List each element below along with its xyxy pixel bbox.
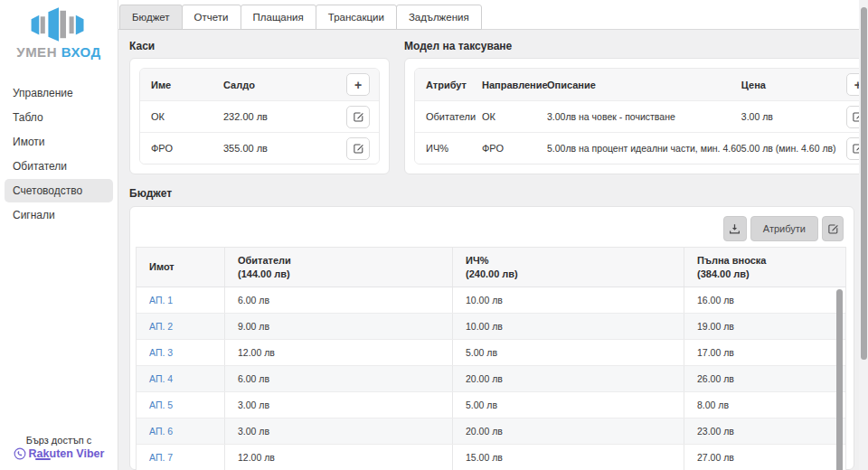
kasi-section: Каси Име Салдо +	[129, 40, 390, 174]
kasi-name: ОК	[151, 111, 223, 122]
model-card: Атрибут Направление Описание Цена +	[404, 58, 868, 174]
budget-attributes-button[interactable]: Атрибути	[750, 216, 818, 241]
kasi-saldo: 232.00 лв	[223, 111, 343, 122]
sidebar-nav-item[interactable]: Счетоводство	[5, 179, 113, 202]
property-link[interactable]: АП. 5	[149, 400, 173, 410]
edit-icon	[827, 223, 839, 235]
budget-obitateli-value: 12.00 лв	[224, 340, 452, 365]
budget-full-value: 19.00 лв	[684, 314, 845, 339]
model-desc: 3.00лв на човек - почистване	[547, 111, 741, 122]
kasi-saldo: 355.00 лв	[223, 143, 343, 154]
sidebar-footer: Бърз достъп с Rakuten Viber	[0, 435, 118, 462]
budget-ich-value: 10.00 лв	[452, 314, 684, 339]
budget-table-scrollbar[interactable]	[836, 289, 843, 470]
sidebar-nav-item[interactable]: Обитатели	[5, 155, 113, 178]
budget-table-row: АП. 1 6.00 лв 10.00 лв 16.00 лв	[137, 287, 845, 314]
page-scrollbar-track	[859, 0, 868, 470]
budget-table-row: АП. 7 12.00 лв 15.00 лв 27.00 лв	[137, 445, 845, 470]
sidebar-nav-item[interactable]: Табло	[5, 106, 113, 129]
model-row: Обитатели ОК 3.00лв на човек - почистван…	[415, 100, 868, 132]
budget-full-value: 17.00 лв	[684, 340, 845, 365]
viber-phone-icon	[14, 447, 26, 460]
page-scrollbar-thumb[interactable]	[861, 7, 867, 360]
main-area: Бюджет Отчети Плащания Трансакции Задълж…	[118, 0, 868, 470]
kasi-edit-button[interactable]	[346, 137, 370, 160]
budget-table-row: АП. 2 9.00 лв 10.00 лв 19.00 лв	[137, 314, 845, 340]
buildings-logo-icon	[24, 5, 94, 43]
kasi-row: ФРО 355.00 лв	[140, 132, 379, 164]
kasi-name: ФРО	[151, 143, 223, 154]
property-link[interactable]: АП. 3	[149, 347, 173, 358]
budget-obitateli-value: 6.00 лв	[224, 287, 452, 313]
model-col-dir: Направление	[482, 80, 547, 90]
tab[interactable]: Трансакции	[316, 5, 397, 30]
kasi-add-button[interactable]: +	[346, 73, 370, 96]
budget-ich-value: 5.00 лв	[452, 392, 684, 418]
tab[interactable]: Бюджет	[119, 5, 183, 30]
budget-edit-button[interactable]	[822, 216, 844, 241]
model-table-body: Обитатели ОК 3.00лв на човек - почистван…	[415, 100, 868, 164]
budget-col-property: Имот	[137, 248, 224, 287]
kasi-col-name: Име	[151, 80, 223, 90]
budget-table-row: АП. 4 6.00 лв 20.00 лв 26.00 лв	[137, 366, 845, 392]
top-row: Каси Име Салдо +	[129, 40, 854, 174]
budget-obitateli-value: 12.00 лв	[224, 445, 452, 470]
property-link[interactable]: АП. 1	[149, 295, 173, 306]
model-dir: ФРО	[482, 143, 547, 154]
sidebar-nav-item[interactable]: Управление	[5, 81, 113, 105]
viber-link[interactable]: Rakuten Viber	[14, 447, 105, 460]
property-link[interactable]: АП. 7	[149, 452, 173, 463]
kasi-table: Име Салдо + ОК 232.00 лв	[139, 68, 380, 164]
budget-obitateli-value: 6.00 лв	[224, 366, 452, 391]
sidebar-nav: Управление Табло Имоти Обитатели Счетово…	[0, 81, 118, 227]
edit-icon	[353, 143, 364, 155]
model-attr: ИЧ%	[426, 143, 482, 154]
viber-underline	[35, 458, 51, 460]
model-table: Атрибут Направление Описание Цена +	[414, 68, 868, 164]
budget-full-value: 16.00 лв	[684, 287, 845, 313]
plus-icon: +	[354, 79, 362, 91]
budget-col-full: Пълна вноска(384.00 лв)	[684, 248, 845, 287]
tab[interactable]: Отчети	[182, 5, 241, 30]
app-title: УМЕН ВХОД	[0, 44, 118, 60]
model-title: Модел на таксуване	[404, 40, 868, 52]
model-col-price: Цена	[741, 80, 843, 90]
tab[interactable]: Плащания	[241, 5, 316, 30]
sidebar: УМЕН ВХОД Управление Табло Имоти Обитате…	[0, 0, 118, 470]
tab[interactable]: Задължения	[396, 5, 482, 30]
app-logo[interactable]: УМЕН ВХОД	[0, 0, 118, 60]
tab-bar: Бюджет Отчети Плащания Трансакции Задълж…	[118, 0, 868, 30]
budget-table-row: АП. 6 3.00 лв 20.00 лв 23.00 лв	[137, 418, 845, 445]
model-row: ИЧ% ФРО 5.00лв на процент идеални части,…	[415, 132, 868, 164]
property-link[interactable]: АП. 4	[149, 373, 173, 384]
budget-card: Атрибути Имот Обитатели(144.00 лв)	[129, 206, 854, 470]
budget-table: Имот Обитатели(144.00 лв) ИЧ%(240.00 лв)…	[136, 247, 846, 470]
sidebar-nav-item[interactable]: Имоти	[5, 130, 113, 154]
budget-table-row: АП. 5 3.00 лв 5.00 лв 8.00 лв	[137, 392, 845, 418]
property-link[interactable]: АП. 6	[149, 426, 173, 437]
quick-access-label: Бърз достъп с	[0, 435, 118, 446]
budget-download-button[interactable]	[723, 216, 747, 241]
kasi-edit-button[interactable]	[346, 106, 370, 128]
budget-ich-value: 20.00 лв	[452, 418, 684, 444]
budget-table-body: АП. 1 6.00 лв 10.00 лв 16.00 лв АП. 2 9.…	[137, 287, 845, 470]
kasi-card: Име Салдо + ОК 232.00 лв	[129, 58, 390, 174]
budget-ich-value: 10.00 лв	[452, 287, 684, 313]
model-section: Модел на таксуване Атрибут Направление О…	[404, 40, 868, 174]
property-link[interactable]: АП. 2	[149, 321, 173, 332]
kasi-title: Каси	[129, 40, 390, 52]
budget-full-value: 26.00 лв	[684, 366, 845, 391]
budget-toolbar: Атрибути	[136, 216, 846, 241]
kasi-row: ОК 232.00 лв	[140, 100, 379, 132]
model-attr: Обитатели	[426, 111, 482, 122]
sidebar-nav-item[interactable]: Сигнали	[5, 203, 113, 227]
budget-ich-value: 5.00 лв	[452, 340, 684, 365]
budget-table-row: АП. 3 12.00 лв 5.00 лв 17.00 лв	[137, 340, 845, 366]
budget-obitateli-value: 3.00 лв	[224, 418, 452, 444]
budget-col-ich: ИЧ%(240.00 лв)	[452, 248, 684, 287]
edit-icon	[353, 111, 364, 123]
budget-full-value: 23.00 лв	[684, 418, 845, 444]
budget-table-header: Имот Обитатели(144.00 лв) ИЧ%(240.00 лв)…	[137, 248, 845, 287]
budget-ich-value: 20.00 лв	[452, 366, 684, 391]
budget-ich-value: 15.00 лв	[452, 445, 684, 470]
